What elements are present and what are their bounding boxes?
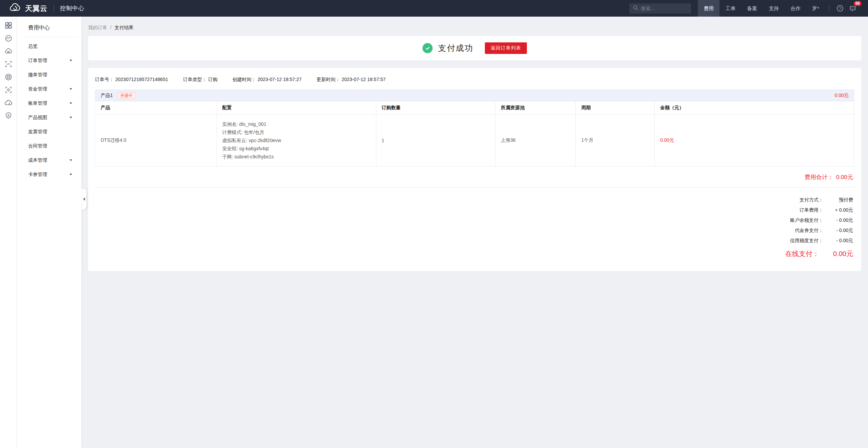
user-menu[interactable]: 罗* — [806, 0, 825, 17]
notification-badge: 66 — [854, 1, 862, 6]
cell-config: 实例名: dts_mig_001 计费模式: 包年/包月 虚拟私有云: vpc-… — [217, 115, 376, 167]
nav-tab-record[interactable]: 备案 — [741, 0, 763, 17]
cloud-logo-icon — [9, 3, 22, 14]
svg-text:?: ? — [839, 6, 841, 11]
status-badge: 开通中 — [117, 92, 136, 99]
sidebar-divider — [20, 37, 77, 37]
help-icon[interactable]: ? — [833, 0, 846, 17]
payment-status-text: 支付成功 — [438, 43, 473, 54]
order-detail-card: 订单号：20230712185727148651 订单类型：订购 创建时间：20… — [88, 68, 861, 271]
payment-result-card: 支付成功 返回订单列表 — [88, 36, 861, 60]
brand[interactable]: 天翼云 — [9, 3, 47, 14]
sidebar-item-product-view[interactable]: 产品视图 — [17, 110, 81, 124]
chevron-down-icon — [70, 117, 72, 118]
cell-amount: 0.00元 — [654, 115, 854, 167]
success-check-icon — [422, 43, 433, 53]
nav-tab-cooperation[interactable]: 合作 — [785, 0, 806, 17]
main-content: 我的订单 / 支付结果 支付成功 返回订单列表 订单号：202307121857… — [81, 17, 868, 448]
order-items-table: 产品 配置 订购数量 所属资源池 周期 金额（元） DTS迁移4.0 实例名: … — [95, 101, 854, 166]
summary-online-pay: 在线支付： 0.00元 — [95, 247, 854, 261]
product-group-title: 产品1 — [101, 93, 113, 99]
cloud-icon[interactable] — [4, 99, 13, 107]
chevron-left-icon — [83, 197, 85, 201]
chevron-down-icon — [70, 88, 72, 90]
summary-balance-pay: 账户余额支付： - 0.00元 — [95, 215, 854, 226]
chevron-down-icon — [70, 174, 72, 175]
col-product: 产品 — [95, 101, 217, 115]
top-navbar: 天翼云 控制中心 费用 工单 备案 支持 合作 罗* ? — [0, 0, 868, 17]
brand-name: 天翼云 — [25, 4, 47, 13]
summary-divider — [95, 187, 854, 188]
order-updated-time: 更新时间：2023-07-12 18:57:57 — [316, 77, 386, 83]
order-info-row: 订单号：20230712185727148651 订单类型：订购 创建时间：20… — [95, 77, 854, 83]
chevron-down-icon — [70, 159, 72, 161]
security-shield-icon[interactable] — [4, 112, 13, 120]
cell-quantity: 1 — [376, 115, 495, 167]
sidebar-item-contract-management[interactable]: 合同管理 — [17, 139, 81, 153]
order-type: 订单类型：订购 — [183, 77, 218, 83]
return-order-list-button[interactable]: 返回订单列表 — [485, 42, 527, 54]
global-search[interactable] — [629, 3, 691, 14]
table-row: DTS迁移4.0 实例名: dts_mig_001 计费模式: 包年/包月 虚拟… — [95, 115, 854, 167]
table-header-row: 产品 配置 订购数量 所属资源池 周期 金额（元） — [95, 101, 854, 115]
console-title[interactable]: 控制中心 — [60, 4, 84, 12]
cell-product: DTS迁移4.0 — [95, 115, 217, 167]
payment-summary: 支付方式： 预付费 订单费用： + 0.00元 账户余额支付： - 0.00元 … — [95, 195, 854, 261]
sidebar-title: 费用中心 — [17, 17, 81, 37]
breadcrumb-current: 支付结果 — [115, 25, 134, 30]
col-resource-pool: 所属资源池 — [495, 101, 575, 115]
cost-center-sidebar: 费用中心 总览 订单管理 撤单管理 资金管理 账单管理 产品视图 发票管理 合同… — [17, 17, 81, 448]
sidebar-item-overview[interactable]: 总览 — [17, 39, 81, 53]
summary-credit-pay: 信用额度支付： - 0.00元 — [95, 236, 854, 246]
search-icon — [633, 5, 638, 12]
sidebar-item-order-management[interactable]: 订单管理 — [17, 53, 81, 67]
vpc-icon[interactable]: VPC — [4, 60, 13, 68]
chevron-down-icon — [70, 102, 72, 104]
product-group-header: 产品1 开通中 0.00元 — [95, 90, 854, 101]
col-amount: 金额（元） — [654, 101, 854, 115]
brand-divider — [54, 5, 54, 12]
storage-circle-icon[interactable] — [4, 73, 13, 81]
nav-tab-ticket[interactable]: 工单 — [719, 0, 741, 17]
messages-icon[interactable]: 66 — [846, 0, 859, 17]
scan-diamond-icon[interactable] — [4, 86, 13, 94]
total-cost-row: 费用合计：0.00元 — [95, 167, 854, 187]
cell-resource-pool: 上海36 — [495, 115, 575, 167]
nav-tab-support[interactable]: 支持 — [763, 0, 785, 17]
chevron-down-icon — [70, 60, 72, 61]
icon-rail: VPC — [0, 17, 17, 448]
product-group-amount: 0.00元 — [835, 93, 849, 99]
search-input[interactable] — [641, 6, 688, 11]
product-table-box: 产品1 开通中 0.00元 产品 配置 订购数量 所属资源池 周期 金额（元 — [95, 90, 854, 167]
sidebar-item-invoice-management[interactable]: 发票管理 — [17, 124, 81, 139]
col-period: 周期 — [576, 101, 655, 115]
sidebar-item-cancel-order[interactable]: 撤单管理 — [17, 67, 81, 82]
order-number: 订单号：20230712185727148651 — [95, 77, 168, 83]
order-created-time: 创建时间：2023-07-12 18:57:27 — [233, 77, 302, 83]
summary-payment-method: 支付方式： 预付费 — [95, 195, 854, 205]
dashboard-gauge-icon[interactable] — [4, 34, 13, 42]
nav-divider — [829, 5, 829, 12]
nav-tab-billing[interactable]: 费用 — [698, 0, 719, 17]
sidebar-item-coupon-management[interactable]: 卡券管理 — [17, 167, 81, 181]
sidebar-item-funds-management[interactable]: 资金管理 — [17, 82, 81, 96]
breadcrumb: 我的订单 / 支付结果 — [81, 17, 868, 36]
breadcrumb-my-orders[interactable]: 我的订单 — [88, 25, 107, 30]
col-config: 配置 — [217, 101, 376, 115]
sidebar-item-cost-management[interactable]: 成本管理 — [17, 153, 81, 167]
svg-text:VPC: VPC — [6, 63, 11, 65]
cloud-server-icon[interactable] — [4, 47, 13, 55]
summary-voucher-pay: 代金券支付： - 0.00元 — [95, 226, 854, 236]
apps-grid-icon[interactable] — [4, 21, 13, 30]
cell-period: 1个月 — [576, 115, 655, 167]
col-quantity: 订购数量 — [376, 101, 495, 115]
sidebar-item-bill-management[interactable]: 账单管理 — [17, 96, 81, 110]
summary-order-fee: 订单费用： + 0.00元 — [95, 205, 854, 215]
collapse-sidebar-handle[interactable] — [81, 189, 86, 210]
